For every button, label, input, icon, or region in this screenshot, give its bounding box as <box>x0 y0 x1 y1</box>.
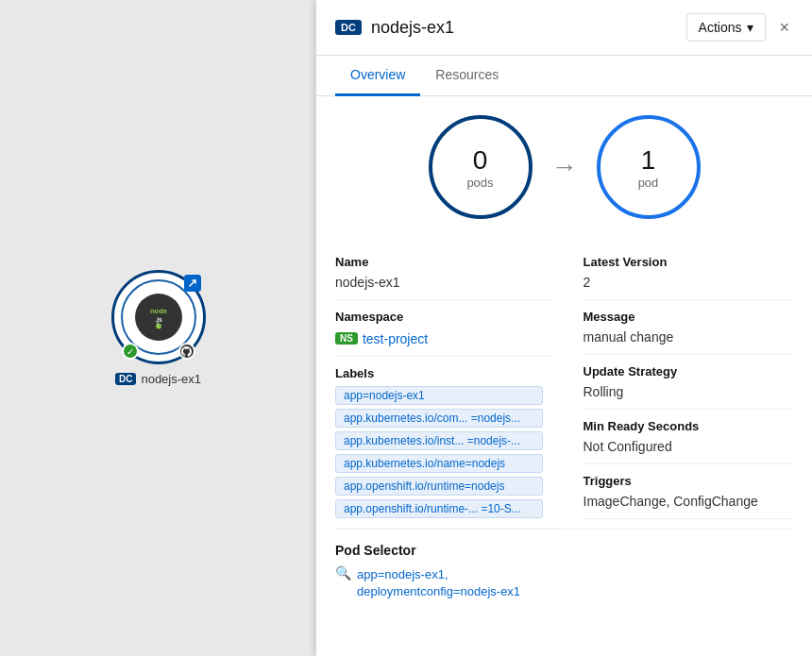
name-field: Name nodejs-ex1 <box>335 245 555 300</box>
node-app-icon: node .js <box>135 294 182 341</box>
actions-label: Actions <box>699 20 742 35</box>
left-panel: node .js ✓ DC nodejs-ex1 <box>0 0 316 656</box>
pod-selector-content: 🔍 app=nodejs-ex1, deploymentconfig=nodej… <box>335 565 793 599</box>
pod-diagram: 0 pods → 1 pod <box>335 115 793 219</box>
close-icon: × <box>779 18 789 38</box>
svg-text:.js: .js <box>155 316 162 324</box>
update-strategy-field: Update Strategy Rolling <box>584 355 794 410</box>
label-tag-1[interactable]: app.kubernetes.io/com... =nodejs... <box>335 409 543 428</box>
message-field: Message manual change <box>584 300 794 355</box>
ns-type-icon: NS <box>335 332 358 345</box>
label-tag-3[interactable]: app.kubernetes.io/name=nodejs <box>335 454 543 473</box>
pod-selector-search-icon: 🔍 <box>335 565 351 580</box>
label-tag-0[interactable]: app=nodejs-ex1 <box>335 386 543 405</box>
labels-label: Labels <box>335 366 555 380</box>
header-actions-area: Actions ▾ × <box>686 13 793 42</box>
name-value: nodejs-ex1 <box>335 275 555 290</box>
triggers-label: Triggers <box>584 474 794 488</box>
status-check-badge: ✓ <box>122 343 139 360</box>
dc-type-badge: DC <box>115 373 136 385</box>
drawer-title-area: DC nodejs-ex1 <box>335 18 454 38</box>
latest-version-field: Latest Version 2 <box>584 245 794 300</box>
pod-selector-section: Pod Selector 🔍 app=nodejs-ex1, deploymen… <box>335 529 793 609</box>
min-ready-seconds-value: Not Configured <box>584 439 794 454</box>
name-label: Name <box>335 255 555 269</box>
label-tag-2[interactable]: app.kubernetes.io/inst... =nodejs-... <box>335 431 543 450</box>
node-name-label: nodejs-ex1 <box>141 372 201 386</box>
tab-bar: Overview Resources <box>316 56 812 96</box>
triggers-value: ImageChange, ConfigChange <box>584 494 794 509</box>
namespace-link[interactable]: test-project <box>363 331 428 346</box>
resource-name-title: nodejs-ex1 <box>371 18 454 38</box>
current-pod-count: 0 <box>473 145 488 176</box>
pod-selector-link-line2[interactable]: deploymentconfig=nodejs-ex1 <box>357 584 520 598</box>
desired-pod-count: 1 <box>641 145 656 176</box>
node-label: DC nodejs-ex1 <box>115 372 201 386</box>
desired-pod-label: pod <box>638 176 659 190</box>
label-tag-5[interactable]: app.openshift.io/runtime-... =10-S... <box>335 499 543 518</box>
node-outer-ring: node .js ✓ <box>111 270 206 364</box>
namespace-field: Namespace NS test-project <box>335 300 555 357</box>
pod-selector-label: Pod Selector <box>335 543 793 558</box>
latest-version-label: Latest Version <box>584 255 794 269</box>
update-strategy-label: Update Strategy <box>584 364 794 378</box>
drawer-content: 0 pods → 1 pod Name nodejs-ex1 Namespace <box>316 96 812 656</box>
svg-point-3 <box>156 324 161 329</box>
drawer-header: DC nodejs-ex1 Actions ▾ × <box>316 0 812 56</box>
triggers-field: Triggers ImageChange, ConfigChange <box>584 464 794 519</box>
pod-selector-link-line1[interactable]: app=nodejs-ex1, <box>357 567 448 581</box>
tab-resources[interactable]: Resources <box>420 56 514 96</box>
label-tag-4[interactable]: app.openshift.io/runtime=nodejs <box>335 477 543 496</box>
min-ready-seconds-field: Min Ready Seconds Not Configured <box>584 410 794 464</box>
label-tags-container: app=nodejs-ex1 app.kubernetes.io/com... … <box>335 386 555 518</box>
svg-text:node: node <box>149 307 166 315</box>
close-button[interactable]: × <box>775 14 793 42</box>
namespace-value: NS test-project <box>335 329 555 346</box>
message-label: Message <box>584 310 794 324</box>
actions-chevron-icon: ▾ <box>747 20 753 35</box>
pod-selector-values: app=nodejs-ex1, deploymentconfig=nodejs-… <box>357 565 520 599</box>
external-link-badge[interactable] <box>184 275 201 292</box>
namespace-label: Namespace <box>335 310 555 324</box>
current-pod-label: pods <box>466 176 493 190</box>
namespace-badge: NS test-project <box>335 331 428 346</box>
update-strategy-value: Rolling <box>584 384 794 399</box>
latest-version-value: 2 <box>584 275 794 290</box>
github-badge <box>178 343 195 360</box>
message-value: manual change <box>584 329 794 345</box>
current-pods-circle: 0 pods <box>429 115 533 219</box>
tab-overview[interactable]: Overview <box>335 56 420 96</box>
topology-node[interactable]: node .js ✓ DC nodejs-ex1 <box>111 270 206 386</box>
labels-field: Labels app=nodejs-ex1 app.kubernetes.io/… <box>335 357 555 529</box>
desired-pods-circle: 1 pod <box>597 115 701 219</box>
pods-arrow-icon: → <box>551 152 578 182</box>
resource-type-badge: DC <box>335 20 362 35</box>
min-ready-seconds-label: Min Ready Seconds <box>584 419 794 433</box>
actions-button[interactable]: Actions ▾ <box>686 13 767 42</box>
detail-drawer: DC nodejs-ex1 Actions ▾ × Overview Resou… <box>316 0 812 656</box>
